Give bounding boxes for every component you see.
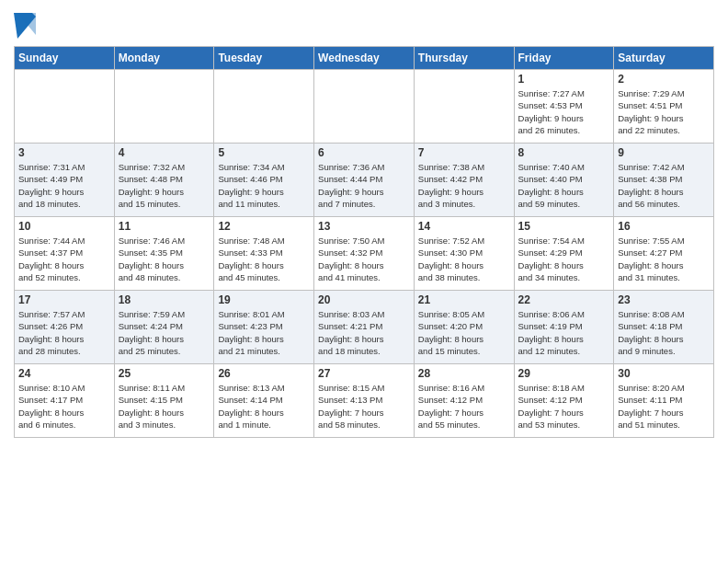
day-info: Sunrise: 8:03 AM Sunset: 4:21 PM Dayligh…: [318, 308, 410, 357]
day-info: Sunrise: 7:42 AM Sunset: 4:38 PM Dayligh…: [618, 161, 710, 210]
calendar-cell: 18Sunrise: 7:59 AM Sunset: 4:24 PM Dayli…: [114, 291, 214, 364]
day-info: Sunrise: 7:46 AM Sunset: 4:35 PM Dayligh…: [119, 235, 210, 283]
weekday-header: Wednesday: [314, 47, 415, 70]
calendar-cell: 14Sunrise: 7:52 AM Sunset: 4:30 PM Dayli…: [414, 217, 514, 291]
day-number: 23: [618, 293, 710, 306]
page: SundayMondayTuesdayWednesdayThursdayFrid…: [0, 0, 728, 563]
calendar-cell: 29Sunrise: 8:18 AM Sunset: 4:12 PM Dayli…: [514, 364, 614, 438]
day-number: 18: [119, 293, 210, 306]
header: [14, 9, 714, 39]
day-info: Sunrise: 8:06 AM Sunset: 4:19 PM Dayligh…: [518, 308, 610, 357]
day-number: 12: [218, 220, 310, 233]
day-info: Sunrise: 7:59 AM Sunset: 4:24 PM Dayligh…: [119, 308, 210, 357]
day-number: 6: [318, 146, 410, 159]
calendar-cell: 2Sunrise: 7:29 AM Sunset: 4:51 PM Daylig…: [614, 70, 714, 144]
day-info: Sunrise: 8:10 AM Sunset: 4:17 PM Dayligh…: [18, 382, 110, 431]
day-info: Sunrise: 7:48 AM Sunset: 4:33 PM Dayligh…: [218, 235, 310, 283]
calendar-cell: 15Sunrise: 7:54 AM Sunset: 4:29 PM Dayli…: [514, 217, 614, 291]
calendar-cell: 4Sunrise: 7:32 AM Sunset: 4:48 PM Daylig…: [114, 144, 214, 217]
calendar-cell: 24Sunrise: 8:10 AM Sunset: 4:17 PM Dayli…: [15, 364, 115, 438]
day-info: Sunrise: 8:13 AM Sunset: 4:14 PM Dayligh…: [218, 382, 310, 431]
day-number: 26: [218, 367, 310, 380]
calendar-cell: [314, 70, 415, 144]
day-info: Sunrise: 8:08 AM Sunset: 4:18 PM Dayligh…: [618, 308, 710, 357]
day-number: 1: [518, 73, 610, 86]
day-info: Sunrise: 7:44 AM Sunset: 4:37 PM Dayligh…: [18, 235, 110, 283]
calendar-cell: [15, 70, 115, 144]
calendar-cell: 17Sunrise: 7:57 AM Sunset: 4:26 PM Dayli…: [15, 291, 115, 364]
day-number: 25: [119, 367, 210, 380]
weekday-header: Thursday: [414, 47, 514, 70]
weekday-header: Monday: [114, 47, 214, 70]
calendar-cell: [114, 70, 214, 144]
calendar-cell: 22Sunrise: 8:06 AM Sunset: 4:19 PM Dayli…: [514, 291, 614, 364]
calendar-cell: 23Sunrise: 8:08 AM Sunset: 4:18 PM Dayli…: [614, 291, 714, 364]
day-info: Sunrise: 8:05 AM Sunset: 4:20 PM Dayligh…: [418, 308, 510, 357]
day-info: Sunrise: 7:32 AM Sunset: 4:48 PM Dayligh…: [119, 161, 210, 210]
day-info: Sunrise: 7:27 AM Sunset: 4:53 PM Dayligh…: [518, 87, 610, 136]
day-info: Sunrise: 7:40 AM Sunset: 4:40 PM Dayligh…: [518, 161, 610, 210]
calendar-week-row: 17Sunrise: 7:57 AM Sunset: 4:26 PM Dayli…: [15, 291, 714, 364]
weekday-header: Friday: [514, 47, 614, 70]
calendar-cell: 12Sunrise: 7:48 AM Sunset: 4:33 PM Dayli…: [214, 217, 314, 291]
day-info: Sunrise: 8:01 AM Sunset: 4:23 PM Dayligh…: [218, 308, 310, 357]
calendar-cell: 11Sunrise: 7:46 AM Sunset: 4:35 PM Dayli…: [114, 217, 214, 291]
day-number: 20: [318, 293, 410, 306]
day-number: 13: [318, 220, 410, 233]
day-number: 14: [418, 220, 510, 233]
day-info: Sunrise: 8:15 AM Sunset: 4:13 PM Dayligh…: [318, 382, 410, 431]
day-number: 29: [518, 367, 610, 380]
day-info: Sunrise: 7:29 AM Sunset: 4:51 PM Dayligh…: [618, 87, 710, 136]
calendar-week-row: 1Sunrise: 7:27 AM Sunset: 4:53 PM Daylig…: [15, 70, 714, 144]
calendar-cell: 19Sunrise: 8:01 AM Sunset: 4:23 PM Dayli…: [214, 291, 314, 364]
weekday-header: Tuesday: [214, 47, 314, 70]
day-number: 16: [618, 220, 710, 233]
calendar-cell: 26Sunrise: 8:13 AM Sunset: 4:14 PM Dayli…: [214, 364, 314, 438]
day-number: 27: [318, 367, 410, 380]
day-info: Sunrise: 7:57 AM Sunset: 4:26 PM Dayligh…: [18, 308, 110, 357]
day-number: 3: [18, 146, 110, 159]
calendar-cell: 8Sunrise: 7:40 AM Sunset: 4:40 PM Daylig…: [514, 144, 614, 217]
calendar-cell: 30Sunrise: 8:20 AM Sunset: 4:11 PM Dayli…: [614, 364, 714, 438]
day-number: 7: [418, 146, 510, 159]
calendar-cell: 21Sunrise: 8:05 AM Sunset: 4:20 PM Dayli…: [414, 291, 514, 364]
day-number: 9: [618, 146, 710, 159]
day-info: Sunrise: 8:16 AM Sunset: 4:12 PM Dayligh…: [418, 382, 510, 431]
day-number: 5: [218, 146, 310, 159]
day-number: 28: [418, 367, 510, 380]
calendar-cell: 5Sunrise: 7:34 AM Sunset: 4:46 PM Daylig…: [214, 144, 314, 217]
day-number: 2: [618, 73, 710, 86]
day-info: Sunrise: 8:11 AM Sunset: 4:15 PM Dayligh…: [119, 382, 210, 431]
weekday-header: Saturday: [614, 47, 714, 70]
day-info: Sunrise: 8:20 AM Sunset: 4:11 PM Dayligh…: [618, 382, 710, 431]
day-number: 17: [18, 293, 110, 306]
calendar-cell: [214, 70, 314, 144]
day-info: Sunrise: 7:52 AM Sunset: 4:30 PM Dayligh…: [418, 235, 510, 283]
day-info: Sunrise: 7:54 AM Sunset: 4:29 PM Dayligh…: [518, 235, 610, 283]
day-info: Sunrise: 8:18 AM Sunset: 4:12 PM Dayligh…: [518, 382, 610, 431]
logo: [14, 13, 38, 39]
calendar-cell: 10Sunrise: 7:44 AM Sunset: 4:37 PM Dayli…: [15, 217, 115, 291]
day-number: 8: [518, 146, 610, 159]
day-number: 21: [418, 293, 510, 306]
calendar: SundayMondayTuesdayWednesdayThursdayFrid…: [14, 46, 714, 438]
calendar-cell: 1Sunrise: 7:27 AM Sunset: 4:53 PM Daylig…: [514, 70, 614, 144]
header-row: SundayMondayTuesdayWednesdayThursdayFrid…: [15, 47, 714, 70]
calendar-cell: [414, 70, 514, 144]
day-info: Sunrise: 7:36 AM Sunset: 4:44 PM Dayligh…: [318, 161, 410, 210]
day-info: Sunrise: 7:50 AM Sunset: 4:32 PM Dayligh…: [318, 235, 410, 283]
day-number: 19: [218, 293, 310, 306]
day-number: 15: [518, 220, 610, 233]
day-number: 10: [18, 220, 110, 233]
day-number: 11: [119, 220, 210, 233]
day-number: 30: [618, 367, 710, 380]
calendar-week-row: 10Sunrise: 7:44 AM Sunset: 4:37 PM Dayli…: [15, 217, 714, 291]
day-number: 4: [119, 146, 210, 159]
calendar-week-row: 3Sunrise: 7:31 AM Sunset: 4:49 PM Daylig…: [15, 144, 714, 217]
calendar-cell: 7Sunrise: 7:38 AM Sunset: 4:42 PM Daylig…: [414, 144, 514, 217]
calendar-cell: 3Sunrise: 7:31 AM Sunset: 4:49 PM Daylig…: [15, 144, 115, 217]
day-info: Sunrise: 7:31 AM Sunset: 4:49 PM Dayligh…: [18, 161, 110, 210]
day-number: 22: [518, 293, 610, 306]
calendar-cell: 16Sunrise: 7:55 AM Sunset: 4:27 PM Dayli…: [614, 217, 714, 291]
calendar-cell: 13Sunrise: 7:50 AM Sunset: 4:32 PM Dayli…: [314, 217, 415, 291]
